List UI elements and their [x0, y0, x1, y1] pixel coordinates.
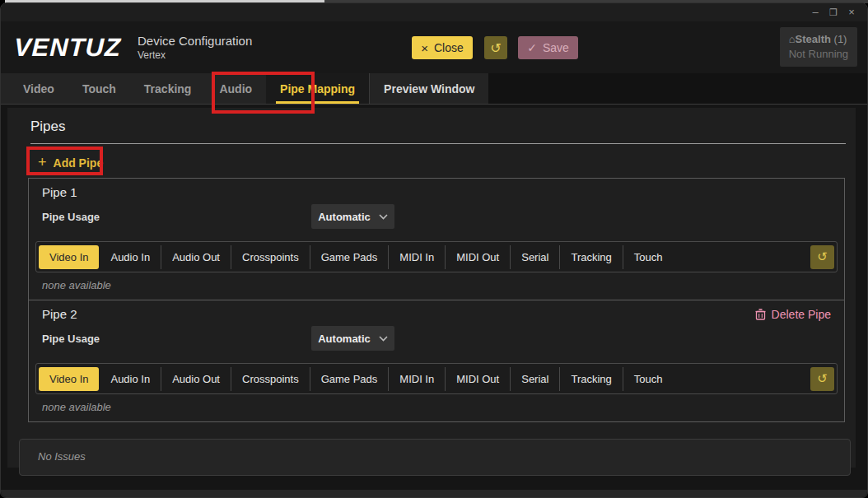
house-icon: ⌂: [789, 33, 796, 45]
pipes-section-title: Pipes: [30, 119, 856, 135]
ventuz-logo: VENTUZ: [13, 33, 121, 63]
pipe-usage-dropdown[interactable]: Automatic: [311, 204, 394, 229]
refresh-button[interactable]: ↺: [484, 36, 507, 59]
chevron-down-icon: [379, 336, 388, 342]
chevron-down-icon: [379, 214, 388, 220]
subtab-serial[interactable]: Serial: [510, 367, 559, 391]
refresh-icon: ↺: [490, 40, 501, 56]
pipe-1-subtab-strip: Video In Audio In Audio Out Crosspoints …: [35, 241, 838, 272]
pipe-2-header: Pipe 2 Delete Pipe: [42, 307, 831, 321]
title-block: Device Configuration Vertex: [138, 34, 252, 61]
subtab-video-in[interactable]: Video In: [39, 245, 99, 269]
subtab-midi-in[interactable]: MIDI In: [388, 367, 445, 391]
subtab-crosspoints[interactable]: Crosspoints: [231, 245, 310, 269]
header: VENTUZ Device Configuration Vertex × Clo…: [1, 21, 867, 73]
tab-bar: Video Touch Tracking Audio Pipe Mapping …: [1, 73, 867, 105]
section-divider: [30, 143, 846, 144]
window-bottom-edge: [1, 490, 867, 497]
subtab-audio-out[interactable]: Audio Out: [161, 245, 231, 269]
pipe-1-name: Pipe 1: [42, 185, 77, 199]
tab-preview-window[interactable]: Preview Window: [369, 73, 488, 104]
add-pipe-button[interactable]: + Add Pipe: [38, 154, 103, 171]
stealth-status-panel: ⌂Stealth (1) Not Running: [780, 27, 857, 67]
device-configuration-window: – ❒ × VENTUZ Device Configuration Vertex…: [0, 2, 868, 498]
close-window-icon[interactable]: ×: [842, 5, 861, 20]
pipe-2-name: Pipe 2: [42, 307, 77, 321]
pipe-2-subtab-strip: Video In Audio In Audio Out Crosspoints …: [35, 363, 838, 394]
pipe-2-panel: Pipe 2 Delete Pipe Pipe Usage Automatic: [28, 300, 845, 422]
subtab-serial[interactable]: Serial: [510, 245, 559, 269]
pipe-mapping-content: Pipes + Add Pipe Pipe 1 Pipe Usage Autom…: [7, 108, 856, 468]
subtab-audio-in[interactable]: Audio In: [99, 245, 161, 269]
pipe-1-empty-text: none available: [42, 279, 838, 291]
page-title: Device Configuration: [138, 34, 252, 48]
tab-touch[interactable]: Touch: [68, 73, 130, 104]
header-buttons: × Close ↺ ✓ Save: [412, 36, 578, 59]
tab-audio[interactable]: Audio: [205, 73, 266, 104]
subtab-touch[interactable]: Touch: [623, 367, 674, 391]
pipe-2-empty-text: none available: [42, 401, 838, 413]
save-button-label: Save: [543, 41, 569, 54]
pipe-1-refresh-button[interactable]: ↺: [810, 245, 834, 269]
plus-icon: +: [38, 154, 47, 171]
trash-icon: [755, 309, 766, 320]
issues-text: No Issues: [38, 450, 838, 463]
save-button[interactable]: ✓ Save: [518, 36, 578, 59]
subtab-tracking[interactable]: Tracking: [559, 245, 622, 269]
pipe-usage-label: Pipe Usage: [42, 211, 311, 223]
tab-video[interactable]: Video: [9, 73, 68, 104]
subtab-audio-in[interactable]: Audio In: [99, 367, 161, 391]
minimize-icon[interactable]: –: [806, 5, 824, 20]
subtab-midi-in[interactable]: MIDI In: [388, 245, 445, 269]
subtab-tracking[interactable]: Tracking: [559, 367, 622, 391]
title-bar: – ❒ ×: [1, 3, 867, 21]
subtab-touch[interactable]: Touch: [623, 245, 674, 269]
page-subtitle: Vertex: [138, 49, 252, 61]
delete-pipe-label: Delete Pipe: [772, 308, 831, 321]
subtab-midi-out[interactable]: MIDI Out: [445, 367, 510, 391]
subtab-audio-out[interactable]: Audio Out: [161, 367, 231, 391]
tabs-strip: Video Touch Tracking Audio Pipe Mapping …: [1, 73, 488, 104]
close-x-icon: ×: [421, 41, 428, 55]
maximize-icon[interactable]: ❒: [824, 5, 842, 20]
add-pipe-label: Add Pipe: [54, 156, 104, 170]
refresh-icon: ↺: [817, 249, 828, 264]
pipe-1-usage-row: Pipe Usage Automatic: [42, 204, 831, 229]
delete-pipe-button[interactable]: Delete Pipe: [755, 308, 831, 321]
pipe-2-refresh-button[interactable]: ↺: [810, 367, 834, 391]
pipe-1-panel: Pipe 1 Pipe Usage Automatic Video In Aud…: [28, 178, 845, 300]
subtab-game-pads[interactable]: Game Pads: [310, 367, 389, 391]
subtab-midi-out[interactable]: MIDI Out: [445, 245, 510, 269]
save-check-icon: ✓: [527, 41, 537, 54]
tab-tracking[interactable]: Tracking: [130, 73, 206, 104]
pipe-usage-label: Pipe Usage: [42, 333, 311, 345]
stealth-run-status: Not Running: [789, 48, 848, 60]
pipe-2-usage-row: Pipe Usage Automatic: [42, 326, 831, 351]
close-button[interactable]: × Close: [412, 36, 473, 59]
tab-pipe-mapping[interactable]: Pipe Mapping: [266, 73, 369, 104]
stealth-name: Stealth: [796, 33, 831, 45]
pipe-usage-value: Automatic: [318, 333, 371, 345]
subtab-video-in[interactable]: Video In: [39, 367, 99, 391]
subtab-game-pads[interactable]: Game Pads: [310, 245, 389, 269]
pipe-usage-dropdown[interactable]: Automatic: [311, 326, 394, 351]
stealth-machine: ⌂Stealth (1): [789, 33, 848, 45]
close-button-label: Close: [434, 41, 464, 54]
subtab-crosspoints[interactable]: Crosspoints: [231, 367, 310, 391]
pipe-usage-value: Automatic: [318, 211, 371, 223]
refresh-icon: ↺: [817, 371, 828, 386]
stealth-count: (1): [834, 33, 847, 45]
issues-panel: No Issues: [19, 439, 851, 476]
pipe-1-header: Pipe 1: [42, 185, 831, 199]
